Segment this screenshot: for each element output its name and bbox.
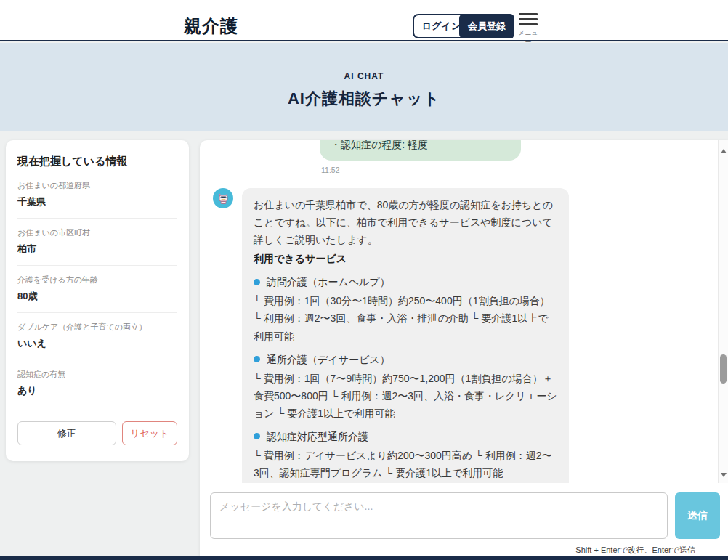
service-title-text: 認知症対応型通所介護 xyxy=(267,428,368,445)
service-title: 訪問介護（ホームヘルプ） xyxy=(254,273,557,291)
bullet-icon xyxy=(254,279,260,285)
ai-message: お住まいの千葉県柏市で、80歳の方が軽度の認知症をお持ちとのことですね。以下に、… xyxy=(211,188,711,483)
service-title: 通所介護（デイサービス） xyxy=(254,351,557,368)
service-details: └ 費用例：1回（30分〜1時間）約250〜400円（1割負担の場合） └ 利用… xyxy=(254,292,557,344)
service-title: 認知症対応型通所介護 xyxy=(254,428,557,445)
field-label: 介護を受ける方の年齢 xyxy=(17,275,177,285)
menu-label: メニュー xyxy=(516,28,541,47)
message-composer: 送信 Shift + Enterで改行、Enterで送信 xyxy=(200,483,728,560)
composer-hint: Shift + Enterで改行、Enterで送信 xyxy=(210,545,720,556)
ai-avatar xyxy=(213,188,233,208)
chat-messages[interactable]: ・認知症の程度: 軽度 11:52 お住まいの千葉県柏市で、80歳の方が軽度の認… xyxy=(200,140,718,483)
hero-eyebrow: AI CHAT xyxy=(0,71,728,81)
service-title-text: 通所介護（デイサービス） xyxy=(267,351,390,368)
field-label: ダブルケア（介護と子育ての両立） xyxy=(17,322,177,333)
bullet-icon xyxy=(254,356,260,362)
field-city: お住まいの市区町村 柏市 xyxy=(17,219,177,266)
service-details: └ 費用例：1回（7〜9時間）約750〜1,200円（1割負担の場合）＋食費50… xyxy=(254,370,557,422)
reset-button[interactable]: リセット xyxy=(122,421,177,445)
send-button[interactable]: 送信 xyxy=(675,492,720,539)
message-input[interactable] xyxy=(210,492,668,539)
field-value: いいえ xyxy=(17,337,177,360)
field-prefecture: お住まいの都道府県 千葉県 xyxy=(17,171,177,219)
chat-scrollbar[interactable] xyxy=(718,140,728,483)
user-message: ・認知症の程度: 軽度 11:52 xyxy=(320,140,521,174)
ai-message-bubble: お住まいの千葉県柏市で、80歳の方が軽度の認知症をお持ちとのことですね。以下に、… xyxy=(242,188,569,483)
field-value: あり xyxy=(17,384,177,407)
user-message-bubble: ・認知症の程度: 軽度 xyxy=(320,140,521,161)
field-dementia: 認知症の有無 あり xyxy=(17,360,177,407)
field-double-care: ダブルケア（介護と子育ての両立） いいえ xyxy=(17,313,177,360)
menu-button[interactable]: メニュー xyxy=(516,13,541,47)
scroll-down-arrow-icon[interactable] xyxy=(721,473,727,477)
message-timestamp: 11:52 xyxy=(321,166,521,174)
sidebar-actions: 修正 リセット xyxy=(17,421,177,445)
known-info-title: 現在把握している情報 xyxy=(17,155,177,169)
known-info-panel: 現在把握している情報 お住まいの都道府県 千葉県 お住まいの市区町村 柏市 介護… xyxy=(6,140,189,461)
field-value: 柏市 xyxy=(17,243,177,266)
service-title-text: 訪問介護（ホームヘルプ） xyxy=(267,273,390,291)
site-header: 親介護 ログイン 会員登録 メニュー xyxy=(0,0,728,41)
register-button[interactable]: 会員登録 xyxy=(459,14,514,38)
footer-accent-bar xyxy=(0,556,728,560)
bullet-icon xyxy=(254,433,260,439)
scrollbar-thumb[interactable] xyxy=(720,354,727,384)
field-value: 千葉県 xyxy=(17,195,177,219)
field-label: 認知症の有無 xyxy=(17,369,177,380)
field-label: お住まいの市区町村 xyxy=(17,227,177,238)
field-age: 介護を受ける方の年齢 80歳 xyxy=(17,266,177,313)
hero-banner: AI CHAT AI介護相談チャット xyxy=(0,43,728,131)
field-label: お住まいの都道府県 xyxy=(17,180,177,191)
field-value: 80歳 xyxy=(17,290,177,313)
hamburger-icon xyxy=(516,13,541,25)
ai-intro-text: お住まいの千葉県柏市で、80歳の方が軽度の認知症をお持ちとのことですね。以下に、… xyxy=(254,196,557,248)
ai-section-heading: 利用できるサービス xyxy=(254,250,557,267)
page-title: AI介護相談チャット xyxy=(0,88,728,110)
edit-button[interactable]: 修正 xyxy=(17,421,116,445)
chat-panel: ・認知症の程度: 軽度 11:52 お住まいの千葉県柏市で、80歳の方が軽度の認… xyxy=(200,140,728,560)
service-details: └ 費用例：デイサービスより約200〜300円高め └ 利用例：週2〜3回、認知… xyxy=(254,447,557,482)
site-logo[interactable]: 親介護 xyxy=(184,15,238,38)
scroll-up-arrow-icon[interactable] xyxy=(721,149,727,153)
robot-icon xyxy=(217,192,230,205)
